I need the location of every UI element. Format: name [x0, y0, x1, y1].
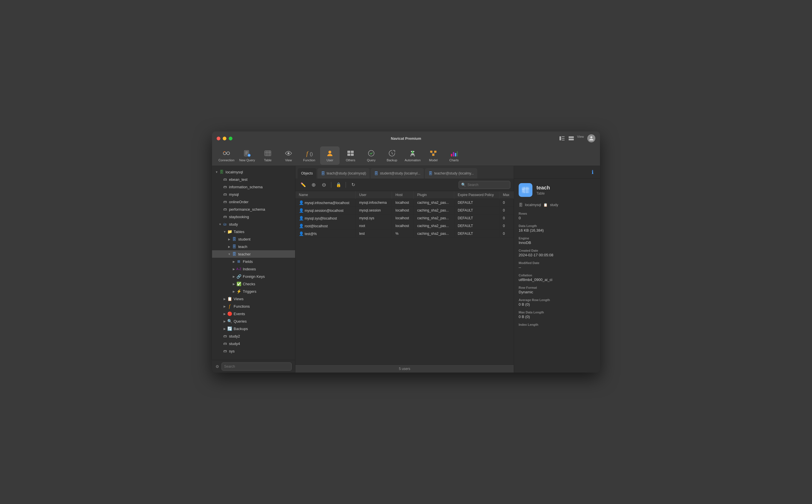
- lock-button[interactable]: 🔒: [334, 181, 343, 189]
- maximize-button[interactable]: [229, 137, 233, 140]
- toolbar-backup[interactable]: Backup: [382, 146, 402, 165]
- cell-name: 👤 test@%: [295, 230, 355, 238]
- cell-user: mysql.infoschema: [355, 199, 392, 207]
- cell-user: root: [355, 222, 392, 230]
- sidebar-item-study2[interactable]: 🗃 study2: [212, 332, 295, 340]
- toolbar-table[interactable]: Table: [258, 146, 278, 165]
- toolbar-function-label: Function: [303, 158, 315, 162]
- chevron-events: ▶: [223, 311, 227, 316]
- sidebar-item-backups[interactable]: ▶ 🔄 Backups: [212, 325, 295, 332]
- cell-expire-policy: DEFAULT: [454, 230, 499, 238]
- sidebar-item-indexes[interactable]: ▶ A-Z Indexes: [212, 265, 295, 273]
- sidebar-item-events[interactable]: ▶ 🔴 Events: [212, 310, 295, 317]
- sidebar-item-mysql[interactable]: 🗃 mysql: [212, 191, 295, 198]
- study4-label: study4: [229, 342, 240, 346]
- sidebar-item-fields[interactable]: ▶ ⊞ Fields: [212, 258, 295, 265]
- sidebar-item-study4[interactable]: 🗃 study4: [212, 340, 295, 347]
- table-row[interactable]: 👤 mysql.session@localhost mysql.session …: [295, 207, 514, 214]
- sidebar-item-study[interactable]: ▼ 🗂 study: [212, 220, 295, 228]
- sidebar-item-sys[interactable]: 🗃 sys: [212, 347, 295, 355]
- triggers-label: Triggers: [243, 289, 256, 294]
- toolbar-connection[interactable]: Connection: [217, 146, 236, 165]
- backups-label: Backups: [234, 327, 248, 331]
- table-row[interactable]: 👤 test@% test % caching_sha2_pas... DEFA…: [295, 230, 514, 238]
- sidebar-item-foreign-keys[interactable]: ▶ 🔗 Foreign Keys: [212, 273, 295, 280]
- toolbar-query[interactable]: Query: [362, 146, 381, 165]
- edit-button[interactable]: ✏️: [299, 181, 308, 189]
- close-button[interactable]: [217, 137, 221, 140]
- toolbar-function[interactable]: f() Function: [299, 146, 319, 165]
- svg-rect-23: [347, 154, 350, 156]
- info-data-length-value: 16 KB (16,384): [519, 228, 595, 232]
- info-content: teach Table 🗄 localmysql 📋 study Rows 0: [514, 179, 600, 373]
- chevron-backups: ▶: [223, 326, 227, 331]
- chevron-study2: [218, 334, 223, 338]
- info-created-date: Created Date 2024-02-17 00:05:08: [519, 249, 595, 257]
- toolbar-automation[interactable]: Automation: [403, 146, 422, 165]
- delete-button[interactable]: ⊖: [320, 181, 328, 189]
- tab-teach-study-icon: 🗄: [321, 171, 325, 176]
- content-area: Objects 🗄 teach@study (localmysql) 🗄 stu…: [295, 166, 514, 373]
- cell-host: %: [392, 230, 414, 238]
- add-button[interactable]: ⊕: [309, 181, 318, 189]
- sidebar-search-input[interactable]: [222, 363, 292, 371]
- sidebar-toggle-icon[interactable]: [558, 135, 565, 142]
- sidebar-item-information-schema[interactable]: 🗃 information_schema: [212, 183, 295, 191]
- sidebar-item-ebean-test[interactable]: 🗃 ebean_test: [212, 176, 295, 183]
- col-host: Host: [392, 191, 414, 199]
- toolbar-charts[interactable]: Charts: [444, 146, 464, 165]
- sidebar-item-views[interactable]: ▶ 📋 Views: [212, 295, 295, 303]
- objects-search-input[interactable]: [467, 183, 505, 187]
- study4-icon: 🗃: [223, 341, 228, 346]
- table-row[interactable]: 👤 mysql.sys@localhost mysql.sys localhos…: [295, 214, 514, 222]
- sidebar-item-checks[interactable]: ▶ ✅ Checks: [212, 280, 295, 288]
- view-label: View: [577, 135, 584, 142]
- tab-teacher-study-label: teacher@study (localmy...: [434, 171, 474, 175]
- svg-point-20: [328, 151, 331, 154]
- layout-toggle-icon[interactable]: [568, 135, 575, 142]
- info-avg-row-length-value: 0 B (0): [519, 302, 595, 307]
- info-row-format: Row Format Dynamic: [519, 286, 595, 294]
- refresh-icon: ↻: [351, 182, 355, 187]
- sidebar-item-queries[interactable]: ▶ 🔍 Queries: [212, 317, 295, 325]
- info-database: localmysql: [525, 203, 541, 207]
- table-row[interactable]: 👤 mysql.infoschema@localhost mysql.infos…: [295, 199, 514, 207]
- sidebar-item-onlineorder[interactable]: 🗃 onlineOrder: [212, 198, 295, 206]
- table-row[interactable]: 👤 root@localhost root localhost caching_…: [295, 222, 514, 230]
- tab-objects[interactable]: Objects: [298, 168, 316, 179]
- toolbar-others[interactable]: Others: [341, 146, 360, 165]
- sidebar-item-triggers[interactable]: ▶ ⚡ Triggers: [212, 288, 295, 295]
- tables-label: Tables: [234, 230, 245, 234]
- chevron-views: ▶: [223, 296, 227, 301]
- info-icon-button[interactable]: ℹ: [588, 168, 596, 176]
- tab-student-study[interactable]: 🗄 student@study (localmyl...: [371, 168, 424, 179]
- sidebar-item-student[interactable]: ▶ 🗄 student: [212, 235, 295, 243]
- info-object-details: teach Table: [536, 185, 550, 195]
- toolbar-model[interactable]: Model: [424, 146, 443, 165]
- tab-teach-study[interactable]: 🗄 teach@study (localmysql): [318, 168, 370, 179]
- sidebar-item-teacher[interactable]: ▼ 🗄 teacher: [212, 250, 295, 258]
- chevron-indexes: ▶: [232, 267, 236, 271]
- sidebar-item-localmysql[interactable]: ▼ 🗄 localmysql: [212, 168, 295, 176]
- tables-folder-icon: 📁: [227, 229, 232, 234]
- toolbar-user[interactable]: User: [320, 146, 340, 165]
- sidebar-item-performance-schema[interactable]: 🗃 performance_schema: [212, 206, 295, 213]
- tab-teacher-study[interactable]: 🗄 teacher@study (localmy...: [425, 168, 477, 179]
- views-label: Views: [234, 297, 244, 301]
- refresh-button[interactable]: ↻: [349, 181, 357, 189]
- sidebar-item-teach[interactable]: ▶ 🗄 teach: [212, 243, 295, 250]
- avatar[interactable]: [587, 134, 595, 142]
- sidebar-item-functions[interactable]: ▶ f Functions: [212, 303, 295, 310]
- svg-rect-24: [351, 154, 354, 156]
- toolbar-new-query[interactable]: + New Query: [237, 146, 257, 165]
- sidebar-item-staybooking[interactable]: 🗃 staybooking: [212, 213, 295, 220]
- sidebar-settings-icon[interactable]: ⚙: [216, 364, 219, 369]
- cell-name: 👤 mysql.infoschema@localhost: [295, 199, 355, 207]
- minimize-button[interactable]: [223, 137, 227, 140]
- toolbar-view[interactable]: View: [279, 146, 298, 165]
- mysql-icon: 🗃: [223, 192, 228, 197]
- events-icon: 🔴: [227, 311, 232, 316]
- toolbar-query-label: Query: [367, 158, 376, 162]
- sidebar-item-tables[interactable]: ▼ 📁 Tables: [212, 228, 295, 235]
- col-expire-policy: Expire Password Policy: [454, 191, 499, 199]
